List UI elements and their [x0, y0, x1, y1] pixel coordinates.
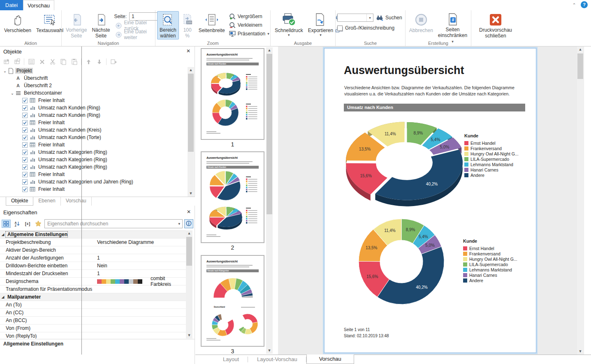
close-properties-panel-icon[interactable]: ✕ [186, 209, 192, 215]
property-value[interactable]: combit Farbkreis [95, 276, 186, 287]
property-row[interactable]: Von (ReplyTo) [0, 332, 186, 338]
search-dropdown-icon[interactable]: ▾ [178, 222, 180, 226]
property-value[interactable]: Nein [95, 263, 186, 269]
vorherige-seite-button[interactable]: Vorherige Seite [63, 11, 89, 39]
property-row[interactable]: Von (From) [0, 325, 186, 332]
expander-icon[interactable]: ⌄ [10, 91, 15, 95]
tree-item-checkbox[interactable] [22, 128, 29, 133]
tree-item[interactable]: Umsatz nach Kategorien (Ring) [0, 163, 188, 171]
tab-layout[interactable]: Layout [214, 355, 248, 364]
expander-icon[interactable]: ⌄ [2, 69, 7, 73]
property-row[interactable]: Anzahl der Ausfertigungen1 [0, 254, 186, 262]
tree-item[interactable]: Umsatz nach Kunden (Kreis) [0, 126, 188, 134]
tree-item-checkbox[interactable] [22, 120, 29, 125]
textauswahl-button[interactable]: Textauswahl [34, 11, 66, 39]
naechste-seite-button[interactable]: Nächste Seite [89, 11, 112, 39]
tree-item[interactable]: Umsatz nach Kategorien (Ring) [0, 156, 188, 163]
tree-item-checkbox[interactable] [22, 105, 29, 111]
property-category[interactable]: ◢Allgemeine Einstellungen [0, 231, 186, 239]
tab-layout-vorschau[interactable]: Layout-Vorschau [248, 355, 306, 364]
preview-page[interactable]: Auswertungsübersicht Verschiedene Ansich… [324, 48, 536, 353]
cut-icon[interactable] [48, 58, 57, 66]
tree-item[interactable]: Freier Inhalt [0, 119, 188, 126]
tree-item-checkbox[interactable] [22, 157, 29, 162]
move-up-icon[interactable] [84, 58, 93, 66]
praesentation-button[interactable]: Präsentation ▾ [227, 30, 271, 38]
property-value[interactable]: Verschiedene Diagramme [95, 239, 186, 245]
tree-item[interactable]: Umsatz nach Kategorien und Jahren (Ring) [0, 178, 188, 185]
thumbnail-page-1[interactable]: AuswertungsübersichtUmsatz nach Kunden1 [201, 48, 264, 148]
collapse-triangle-icon[interactable]: ◢ [0, 295, 6, 299]
tree-item[interactable]: ⌄Projekt [0, 67, 188, 74]
zoom-100-button[interactable]: 100 100 % [179, 11, 196, 39]
collapse-triangle-icon[interactable]: ◢ [0, 232, 6, 236]
tree-item-checkbox[interactable] [22, 165, 29, 170]
thumbnail-page-2[interactable]: AuswertungsübersichtUmsatz nach Kunden2 [201, 151, 264, 251]
tree-item-checkbox[interactable] [22, 150, 29, 155]
property-row[interactable]: An (CC) [0, 309, 186, 317]
schnelldruck-button[interactable]: Schnelldruck ▾ [272, 11, 306, 39]
properties-search-input[interactable] [45, 221, 182, 227]
verschieben-button[interactable]: Verschieben [2, 11, 34, 39]
tree-item[interactable]: Freier Inhalt [0, 141, 188, 148]
case-sensitive-checkbox[interactable] [337, 26, 343, 31]
tree-item[interactable]: Umsatz nach Kunden (Torte) [0, 134, 188, 141]
tree-item[interactable]: AÜberschrift 2 [0, 82, 188, 89]
thumbnails-scrollbar[interactable]: ▲ ▼ [266, 47, 273, 354]
close-print-preview-button[interactable]: Druckvorschau schließen [477, 11, 515, 39]
tree-item-checkbox[interactable] [22, 113, 29, 118]
paste-icon[interactable] [70, 58, 79, 66]
insert-table-icon[interactable] [2, 58, 11, 66]
tree-item[interactable]: Freier Inhalt [0, 185, 188, 193]
seiten-einschraenken-button[interactable]: # Seiten einschränken ▾ [436, 11, 470, 39]
tree-item[interactable]: Umsatz nach Kunden (Ring) [0, 104, 188, 111]
tree-item-checkbox[interactable] [22, 172, 29, 177]
insert-subtable-icon[interactable] [12, 58, 21, 66]
property-row[interactable]: An (To) [0, 301, 186, 309]
help-icon[interactable]: ? [581, 1, 588, 8]
search-term-combobox[interactable]: ▾ [337, 14, 373, 22]
property-row[interactable]: Designschemacombit Farbkreis [0, 278, 186, 285]
bereich-waehlen-button[interactable]: Bereich wählen [157, 11, 179, 39]
panel-tab-vorschau[interactable]: Vorschau [61, 197, 92, 206]
tree-item[interactable]: ⌄Berichtscontainer [0, 89, 188, 97]
ribbon-collapse-icon[interactable]: ⌃ [572, 2, 577, 7]
copy-icon[interactable] [59, 58, 68, 66]
tree-item[interactable]: Umsatz nach Kategorien (Ring) [0, 148, 188, 156]
tree-item[interactable]: Freier Inhalt [0, 171, 188, 178]
verkleinern-button[interactable]: Verkleinern [227, 21, 271, 29]
suchen-button[interactable]: Suchen [375, 14, 403, 22]
exportieren-button[interactable]: Exportieren ▾ [306, 11, 336, 39]
property-row[interactable]: ProjektbeschreibungVerschiedene Diagramm… [0, 239, 186, 246]
delete-icon[interactable] [37, 58, 46, 66]
favorites-star-icon[interactable] [34, 220, 43, 228]
preview-scrollbar[interactable]: ▲ ▼ [577, 46, 584, 355]
datei-weiter-button[interactable]: Eine Datei weiter [114, 30, 162, 39]
tree-item-checkbox[interactable] [22, 142, 29, 148]
panel-divider[interactable] [81, 46, 82, 355]
tree-item[interactable]: AÜberschrift [0, 74, 188, 82]
property-row[interactable]: Aktiver Design-Bereich [0, 246, 186, 254]
info-icon[interactable]: ⓘ [184, 219, 193, 228]
vergroessern-button[interactable]: Vergrößern [227, 12, 271, 21]
abbrechen-button[interactable]: Abbrechen [407, 11, 436, 39]
property-row[interactable]: An (BCC) [0, 317, 186, 325]
tree-item[interactable]: Umsatz nach Kunden (Ring) [0, 111, 188, 119]
categorized-view-icon[interactable] [2, 220, 11, 228]
tree-item-checkbox[interactable] [22, 179, 29, 185]
datei-zurueck-button[interactable]: Eine Datei zurück [114, 21, 162, 30]
tab-vorschau[interactable]: Vorschau [23, 0, 54, 10]
sort-az-icon[interactable]: AZ [12, 220, 21, 228]
move-down-icon[interactable] [95, 58, 104, 66]
tree-item-checkbox[interactable] [22, 135, 29, 140]
tree-item-checkbox[interactable] [22, 187, 29, 192]
property-category[interactable]: ◢Mailparameter [0, 293, 186, 301]
expand-all-icon[interactable]: [+] [23, 220, 32, 228]
objects-tree-scrollbar[interactable]: ▲ ▼ [188, 67, 194, 197]
properties-list-icon[interactable] [27, 58, 36, 66]
close-objects-panel-icon[interactable]: ✕ [185, 48, 191, 54]
property-row[interactable]: Drilldown-Berichte einbettenNein [0, 262, 186, 270]
property-value[interactable]: 1 [95, 255, 186, 261]
seitenbreite-button[interactable]: Seitenbreite [196, 11, 227, 39]
properties-scrollbar[interactable]: ▲ ▼ [186, 230, 192, 338]
